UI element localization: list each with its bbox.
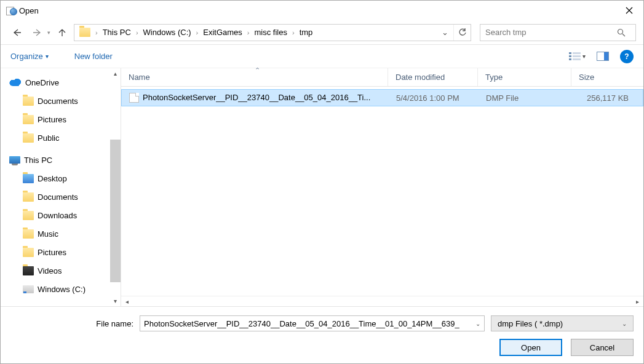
svg-point-0 xyxy=(618,29,623,34)
navbar: ▾ › This PC › Windows (C:) › ExitGames ›… xyxy=(1,20,643,45)
open-dialog: Open ▾ › This PC › Windows (C:) › ExitGa… xyxy=(0,0,644,364)
nav-music[interactable]: Music xyxy=(1,224,121,243)
nav-videos[interactable]: Videos xyxy=(1,261,121,280)
filename-row: File name: PhotonSocketServer__PID__2374… xyxy=(10,315,634,331)
chevron-right-icon[interactable]: › xyxy=(195,29,200,36)
titlebar: Open xyxy=(1,1,643,20)
filetype-value: dmp Files ( *.dmp) xyxy=(498,319,563,328)
layout-icon xyxy=(569,52,581,61)
file-row[interactable]: PhotonSocketServer__PID__23740__Date__05… xyxy=(121,89,643,106)
nav-scrollbar[interactable]: ▴ ▾ xyxy=(110,68,121,306)
scroll-up-icon[interactable]: ▴ xyxy=(110,68,121,79)
recent-locations-dropdown[interactable]: ▾ xyxy=(47,30,50,36)
file-list: PhotonSocketServer__PID__23740__Date__05… xyxy=(121,87,643,296)
col-size[interactable]: Size xyxy=(571,68,633,86)
file-list-area: Name Date modified Type Size PhotonSocke… xyxy=(121,68,643,306)
column-headers: Name Date modified Type Size xyxy=(121,68,643,87)
filename-value: PhotonSocketServer__PID__23740__Date__05… xyxy=(144,319,459,328)
preview-pane-button[interactable] xyxy=(597,52,609,61)
nav-pane: OneDrive Documents Pictures Public This … xyxy=(1,68,121,306)
folder-icon xyxy=(23,115,34,124)
svg-rect-8 xyxy=(604,52,608,60)
crumb-root-icon[interactable] xyxy=(76,25,94,41)
arrow-right-icon xyxy=(32,27,43,38)
nav-windows-c[interactable]: Windows (C:) xyxy=(1,280,121,298)
nav-onedrive[interactable]: OneDrive xyxy=(1,73,121,92)
nav-documents[interactable]: Documents xyxy=(1,188,121,206)
file-date: 5/4/2016 1:00 PM xyxy=(389,93,479,103)
file-type: DMP File xyxy=(479,93,572,103)
search-box[interactable] xyxy=(480,24,636,41)
nav-od-pictures[interactable]: Pictures xyxy=(1,110,121,129)
address-bar[interactable]: › This PC › Windows (C:) › ExitGames › m… xyxy=(74,24,471,41)
folder-icon xyxy=(23,174,34,183)
chevron-right-icon[interactable]: › xyxy=(291,29,296,36)
chevron-down-icon: ⌄ xyxy=(622,320,627,327)
nav-desktop[interactable]: Desktop xyxy=(1,169,121,188)
nav-thispc[interactable]: This PC xyxy=(1,151,121,169)
organize-button[interactable]: Organize ▾ xyxy=(10,52,49,61)
chevron-down-icon: ▾ xyxy=(46,53,49,60)
svg-rect-5 xyxy=(569,58,571,60)
chevron-right-icon[interactable]: › xyxy=(135,29,140,36)
view-button[interactable]: ▾ xyxy=(569,52,586,61)
folder-icon xyxy=(23,248,34,257)
filetype-combo[interactable]: dmp Files ( *.dmp) ⌄ xyxy=(491,315,634,331)
folder-icon xyxy=(79,28,90,37)
scroll-thumb[interactable] xyxy=(110,140,121,282)
file-size: 256,117 KB xyxy=(572,93,634,103)
scroll-down-icon[interactable]: ▾ xyxy=(110,296,121,306)
nav-pictures[interactable]: Pictures xyxy=(1,243,121,261)
new-folder-button[interactable]: New folder xyxy=(74,52,113,61)
cancel-button[interactable]: Cancel xyxy=(571,339,634,356)
address-dropdown[interactable]: ⌄ xyxy=(437,28,453,37)
close-button[interactable] xyxy=(615,1,643,20)
arrow-left-icon xyxy=(11,27,22,38)
folder-icon xyxy=(23,211,34,220)
arrow-up-icon xyxy=(57,28,67,38)
chevron-right-icon[interactable]: › xyxy=(246,29,251,36)
chevron-down-icon: ▾ xyxy=(582,53,586,60)
organize-label: Organize xyxy=(10,52,43,61)
help-button[interactable]: ? xyxy=(620,50,634,63)
search-icon[interactable] xyxy=(617,28,635,37)
folder-icon xyxy=(23,97,34,106)
filename-label: File name: xyxy=(88,319,133,328)
toolbar: Organize ▾ New folder ▾ ? xyxy=(1,45,643,68)
onedrive-icon xyxy=(9,79,22,86)
nav-downloads[interactable]: Downloads xyxy=(1,206,121,224)
button-row: Open Cancel xyxy=(10,339,634,356)
open-button[interactable]: Open xyxy=(499,339,562,356)
filename-combo[interactable]: PhotonSocketServer__PID__23740__Date__05… xyxy=(140,315,485,331)
file-icon xyxy=(129,93,139,103)
nav-od-documents[interactable]: Documents xyxy=(1,92,121,110)
search-input[interactable] xyxy=(480,28,617,37)
drive-icon xyxy=(23,285,34,293)
footer: File name: PhotonSocketServer__PID__2374… xyxy=(1,306,643,363)
scroll-right-icon[interactable]: ▸ xyxy=(632,298,643,305)
crumb-thispc[interactable]: This PC xyxy=(99,25,135,41)
col-type[interactable]: Type xyxy=(478,68,571,86)
folder-icon xyxy=(23,266,34,275)
chevron-right-icon[interactable]: › xyxy=(94,29,99,36)
file-name: PhotonSocketServer__PID__23740__Date__05… xyxy=(143,93,370,102)
window-title: Open xyxy=(19,6,615,15)
preview-pane-icon xyxy=(597,52,609,61)
svg-rect-6 xyxy=(573,58,581,60)
crumb-drive[interactable]: Windows (C:) xyxy=(140,25,195,41)
refresh-icon xyxy=(458,28,467,37)
back-button[interactable] xyxy=(8,24,25,41)
nav-od-public[interactable]: Public xyxy=(1,129,121,147)
crumb-tmp[interactable]: tmp xyxy=(296,25,317,41)
horizontal-scrollbar[interactable]: ◂ ▸ xyxy=(121,296,643,306)
col-date[interactable]: Date modified xyxy=(388,68,478,86)
crumb-miscfiles[interactable]: misc files xyxy=(251,25,291,41)
chevron-down-icon: ⌄ xyxy=(475,320,480,327)
pc-icon xyxy=(9,156,20,164)
forward-button[interactable] xyxy=(29,24,46,41)
up-button[interactable] xyxy=(54,25,70,41)
crumb-exitgames[interactable]: ExitGames xyxy=(199,25,246,41)
col-name[interactable]: Name xyxy=(121,68,388,86)
scroll-left-icon[interactable]: ◂ xyxy=(122,298,132,305)
refresh-button[interactable] xyxy=(453,25,471,41)
